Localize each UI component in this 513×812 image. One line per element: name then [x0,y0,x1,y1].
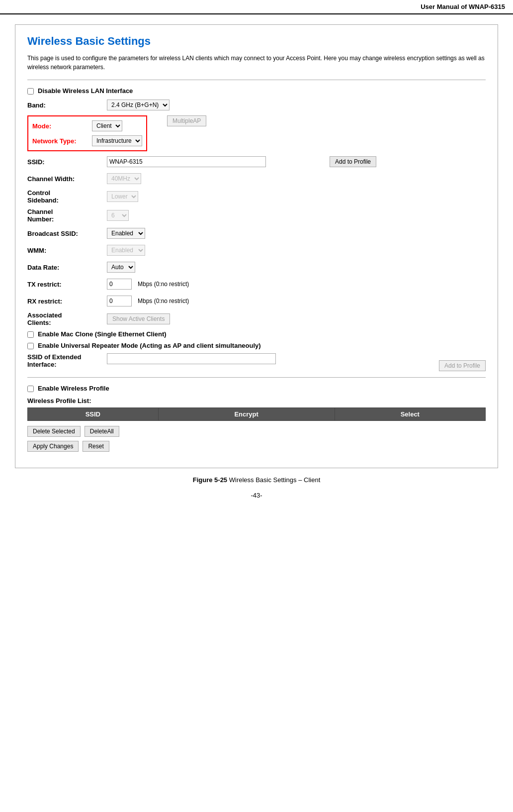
page-footer: -43- [15,484,498,507]
data-rate-select[interactable]: Auto 1M2M5.5M11M [107,262,135,273]
page-number: -43- [251,492,262,499]
disable-wireless-row: Disable Wireless LAN Interface [27,87,486,95]
mac-clone-row: Enable Mac Clone (Single Ethernet Client… [27,330,486,338]
network-type-row: Network Type: Infrastructure Ad-Hoc [32,134,142,147]
reset-button[interactable]: Reset [83,441,109,452]
tx-restrict-unit: Mbps (0:no restrict) [138,281,189,288]
broadcast-ssid-select[interactable]: Enabled Disabled [107,228,145,239]
description: This page is used to configure the param… [27,54,486,72]
ssid-label: SSID: [27,158,107,166]
mac-clone-label: Enable Mac Clone (Single Ethernet Client… [38,330,167,338]
universal-repeater-checkbox[interactable] [27,343,34,349]
table-header-select: Select [335,408,485,421]
delete-button-row: Delete Selected DeleteAll [27,426,486,437]
figure-number: Figure 5-25 [193,476,227,484]
control-sideband-select[interactable]: Lower Upper [107,191,138,202]
universal-repeater-row: Enable Universal Repeater Mode (Acting a… [27,342,486,349]
universal-repeater-label: Enable Universal Repeater Mode (Acting a… [38,342,261,349]
page-header: User Manual of WNAP-6315 [0,0,513,14]
broadcast-ssid-row: Broadcast SSID: Enabled Disabled [27,227,486,240]
delete-selected-button[interactable]: Delete Selected [27,426,81,437]
wmm-select[interactable]: Enabled Disabled [107,245,145,256]
channel-number-row: Channel Number: 6 12345 7891011 [27,208,486,223]
band-label: Band: [27,102,107,109]
channel-width-select[interactable]: 40MHz 20MHz [107,173,141,184]
band-select[interactable]: 2.4 GHz (B+G+N) 2.4 GHz (B+G) 2.4 GHz (N… [107,100,170,110]
mode-label: Mode: [32,122,92,130]
figure-description: Wireless Basic Settings – Client [229,476,321,484]
mode-row: Mode: Client AP WDS [32,119,142,132]
tx-restrict-label: TX restrict: [27,281,107,288]
show-active-clients-button[interactable]: Show Active Clients [107,313,170,324]
ssid-input[interactable] [107,156,266,167]
enable-wireless-profile-row: Enable Wireless Profile [27,385,486,392]
wmm-row: WMM: Enabled Disabled [27,244,486,257]
broadcast-ssid-label: Broadcast SSID: [27,230,107,237]
control-sideband-row: Control Sideband: Lower Upper [27,189,486,204]
wireless-profile-list-label: Wireless Profile List: [27,397,486,405]
rx-restrict-control: Mbps (0:no restrict) [107,296,486,306]
panel-title: Wireless Basic Settings [27,35,486,48]
data-rate-row: Data Rate: Auto 1M2M5.5M11M [27,261,486,274]
broadcast-ssid-control: Enabled Disabled [107,228,486,239]
table-header-ssid: SSID [28,408,159,421]
enable-wireless-profile-checkbox[interactable] [27,386,34,392]
wmm-label: WMM: [27,247,107,254]
associated-clients-label: Associated Clients: [27,311,107,326]
rx-restrict-input[interactable] [107,296,132,306]
ssid-control: Add to Profile [107,156,486,167]
settings-panel: Wireless Basic Settings This page is use… [15,24,498,468]
channel-number-select[interactable]: 6 12345 7891011 [107,210,129,221]
ssid-extended-input[interactable] [107,353,276,364]
control-sideband-label: Control Sideband: [27,189,107,204]
disable-wireless-checkbox[interactable] [27,88,34,95]
network-type-label: Network Type: [32,137,92,145]
associated-clients-row: Associated Clients: Show Active Clients [27,311,486,326]
band-row: Band: 2.4 GHz (B+G+N) 2.4 GHz (B+G) 2.4 … [27,99,486,111]
apply-reset-row: Apply Changes Reset [27,441,486,452]
channel-number-control: 6 12345 7891011 [107,210,486,221]
multiple-ap-button[interactable]: MultipleAP [167,115,206,126]
profile-table: SSID Encrypt Select [27,407,486,421]
channel-width-label: Channel Width: [27,175,107,183]
channel-width-row: Channel Width: 40MHz 20MHz [27,172,486,185]
mode-select[interactable]: Client AP WDS [92,120,122,131]
ssid-extended-row: SSID of Extended Interface: [27,353,431,368]
add-to-profile-button[interactable]: Add to Profile [330,156,376,167]
channel-number-label: Channel Number: [27,208,107,223]
associated-clients-control: Show Active Clients [107,313,486,324]
tx-restrict-control: Mbps (0:no restrict) [107,279,486,290]
tx-restrict-row: TX restrict: Mbps (0:no restrict) [27,278,486,291]
ssid-row: SSID: Add to Profile [27,155,486,168]
channel-width-control: 40MHz 20MHz [107,173,486,184]
control-sideband-control: Lower Upper [107,191,486,202]
ssid-extended-control [107,353,431,364]
section-divider [27,80,486,80]
tx-restrict-input[interactable] [107,279,132,290]
rx-restrict-row: RX restrict: Mbps (0:no restrict) [27,295,486,307]
add-to-profile2-button[interactable]: Add to Profile [439,360,486,371]
wmm-control: Enabled Disabled [107,245,486,256]
table-header-encrypt: Encrypt [158,408,335,421]
apply-changes-button[interactable]: Apply Changes [27,441,79,452]
enable-wireless-profile-label: Enable Wireless Profile [38,385,109,392]
rx-restrict-label: RX restrict: [27,298,107,305]
mac-clone-checkbox[interactable] [27,331,34,338]
section-divider2 [27,377,486,378]
network-type-select[interactable]: Infrastructure Ad-Hoc [92,135,142,146]
band-control: 2.4 GHz (B+G+N) 2.4 GHz (B+G) 2.4 GHz (N… [107,100,486,110]
disable-wireless-label: Disable Wireless LAN Interface [38,87,133,95]
ssid-extended-label: SSID of Extended Interface: [27,353,107,368]
data-rate-label: Data Rate: [27,264,107,271]
figure-caption: Figure 5-25 Wireless Basic Settings – Cl… [15,476,498,484]
data-rate-control: Auto 1M2M5.5M11M [107,262,486,273]
rx-restrict-unit: Mbps (0:no restrict) [138,298,189,304]
delete-all-button[interactable]: DeleteAll [85,426,119,437]
mode-network-box: Mode: Client AP WDS Network Type: Infras… [27,115,147,151]
